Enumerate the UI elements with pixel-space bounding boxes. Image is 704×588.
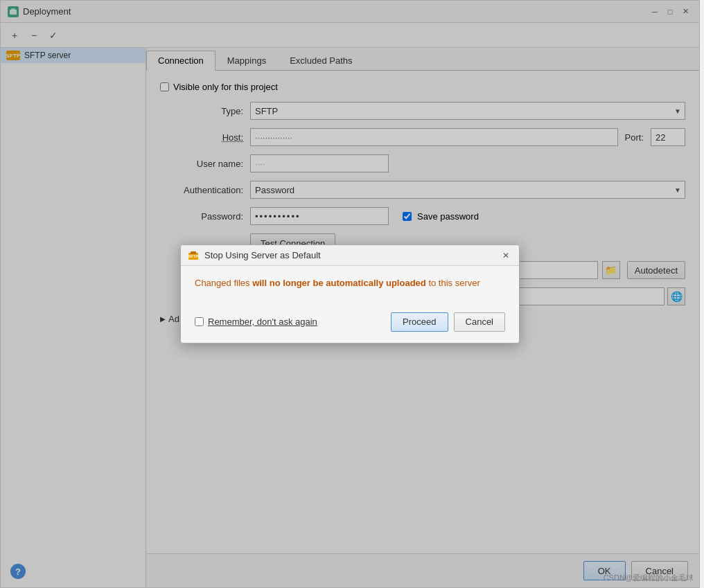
- dialog-message-part1: Changed files: [195, 278, 252, 288]
- svg-text:SFTP: SFTP: [188, 254, 198, 258]
- dialog-buttons: Proceed Cancel: [391, 312, 505, 332]
- dialog-footer: Remember, don't ask again Proceed Cancel: [181, 312, 519, 343]
- dialog: SFTP Stop Using Server as Default ✕ Chan…: [180, 244, 520, 343]
- remember-label-text: Remember, don't ask again: [208, 317, 317, 327]
- dialog-content: Changed files will no longer be automati…: [181, 266, 519, 312]
- remember-checkbox[interactable]: [195, 317, 204, 326]
- remember-label[interactable]: Remember, don't ask again: [195, 317, 385, 327]
- dialog-message-part2: to this server: [426, 278, 480, 288]
- dialog-title-bar: SFTP Stop Using Server as Default ✕: [181, 245, 519, 266]
- dialog-message-bold: will no longer be automatically uploaded: [252, 278, 426, 288]
- dialog-close-button[interactable]: ✕: [500, 249, 512, 262]
- modal-overlay: SFTP Stop Using Server as Default ✕ Chan…: [1, 1, 699, 587]
- dialog-cancel-button[interactable]: Cancel: [454, 312, 505, 332]
- dialog-title: Stop Using Server as Default: [204, 250, 500, 260]
- dialog-message: Changed files will no longer be automati…: [195, 277, 505, 289]
- main-window: Deployment ─ □ ✕ + − ✓ SFTP SFTP server …: [0, 0, 700, 588]
- proceed-button[interactable]: Proceed: [391, 312, 448, 332]
- dialog-icon: SFTP: [188, 250, 199, 261]
